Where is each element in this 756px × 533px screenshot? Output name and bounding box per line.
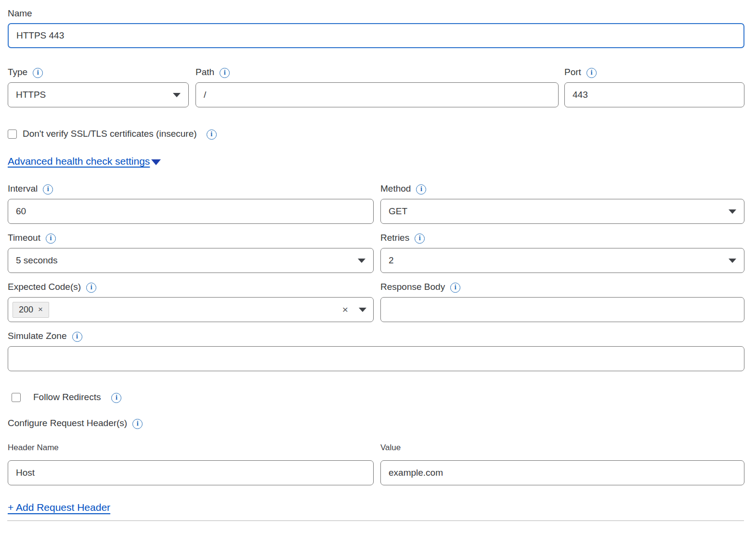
name-input[interactable]: HTTPS 443 [8,23,744,48]
simulate-zone-label: Simulate Zone [8,330,744,342]
ssl-verify-checkbox-row: Don't verify SSL/TLS certificates (insec… [8,129,744,139]
path-label-text: Path [196,66,214,78]
timeout-label-text: Timeout [8,232,40,244]
ssl-verify-checkbox[interactable] [8,130,17,139]
path-label: Path [196,66,559,78]
response-body-input[interactable] [380,297,744,322]
port-input[interactable]: 443 [564,82,744,107]
request-headers-section-label: Configure Request Header(s) [8,417,744,429]
retries-select[interactable]: 2 [380,248,744,273]
interval-input-value: 60 [16,206,26,217]
header-value-column-text: Value [380,442,401,454]
method-label: Method [380,183,744,195]
type-label: Type [8,66,189,78]
interval-label-text: Interval [8,183,38,195]
expected-code-tag-text: 200 [19,305,33,315]
follow-redirects-checkbox[interactable] [12,393,21,402]
request-header-row: Header Name Host Value example.com [8,442,744,485]
header-name-column-text: Header Name [8,442,59,454]
method-label-text: Method [380,183,411,195]
retries-label: Retries [380,232,744,244]
response-body-label-text: Response Body [380,281,445,293]
follow-redirects-label: Follow Redirects [33,392,101,403]
interval-input[interactable]: 60 [8,199,374,224]
chevron-down-icon [729,209,736,214]
header-value-input-value: example.com [389,468,443,478]
header-name-column-label: Header Name [8,442,374,454]
method-select[interactable]: GET [380,199,744,224]
type-select-value: HTTPS [16,90,46,100]
expected-codes-label: Expected Code(s) [8,281,374,293]
path-input-value: / [204,90,206,100]
retries-label-text: Retries [380,232,409,244]
retries-select-value: 2 [389,255,394,266]
expected-code-tag: 200 [13,302,49,318]
timeout-info-icon[interactable] [46,234,56,244]
method-select-value: GET [389,206,407,217]
triangle-down-icon [151,159,161,165]
clear-all-icon[interactable] [342,304,348,315]
expected-codes-multiselect[interactable]: 200 [8,297,374,322]
ssl-verify-info-icon[interactable] [207,130,217,140]
simulate-zone-info-icon[interactable] [72,332,82,342]
health-check-form: Name HTTPS 443 Type HTTPS Path / [0,0,756,521]
header-name-input-value: Host [16,468,35,478]
ssl-verify-label: Don't verify SSL/TLS certificates (insec… [23,129,197,139]
method-info-icon[interactable] [416,184,426,195]
response-body-info-icon[interactable] [450,283,460,293]
name-input-value: HTTPS 443 [16,30,64,41]
request-headers-section-text: Configure Request Header(s) [8,417,127,429]
header-name-input[interactable]: Host [8,460,374,485]
port-info-icon[interactable] [587,68,597,78]
port-label: Port [564,66,744,78]
name-label: Name [8,8,744,19]
expected-codes-info-icon[interactable] [86,283,96,293]
timeout-select[interactable]: 5 seconds [8,248,374,273]
header-value-column-label: Value [380,442,744,454]
interval-info-icon[interactable] [43,184,53,195]
request-headers-info-icon[interactable] [132,419,143,429]
type-select[interactable]: HTTPS [8,82,189,107]
remove-tag-icon[interactable] [38,305,43,314]
simulate-zone-input[interactable] [8,346,744,371]
port-input-value: 443 [573,90,588,100]
type-label-text: Type [8,66,27,78]
simulate-zone-label-text: Simulate Zone [8,330,67,342]
header-value-input[interactable]: example.com [380,460,744,485]
path-input[interactable]: / [196,82,559,107]
chevron-down-icon[interactable] [359,308,366,312]
follow-redirects-row: Follow Redirects [8,392,744,403]
interval-label: Interval [8,183,374,195]
type-info-icon[interactable] [33,68,43,78]
timeout-label: Timeout [8,232,374,244]
port-label-text: Port [564,66,581,78]
advanced-settings-link[interactable]: Advanced health check settings [8,156,161,167]
add-request-header-link[interactable]: + Add Request Header [8,502,110,513]
response-body-label: Response Body [380,281,744,293]
chevron-down-icon [173,93,181,97]
path-info-icon[interactable] [220,68,230,78]
chevron-down-icon [729,259,736,263]
chevron-down-icon [358,259,365,263]
section-divider [7,520,744,521]
follow-redirects-info-icon[interactable] [111,393,121,403]
retries-info-icon[interactable] [415,234,425,244]
expected-codes-label-text: Expected Code(s) [8,281,81,293]
name-label-text: Name [8,8,32,19]
timeout-select-value: 5 seconds [16,255,58,266]
advanced-settings-link-text: Advanced health check settings [8,156,150,167]
